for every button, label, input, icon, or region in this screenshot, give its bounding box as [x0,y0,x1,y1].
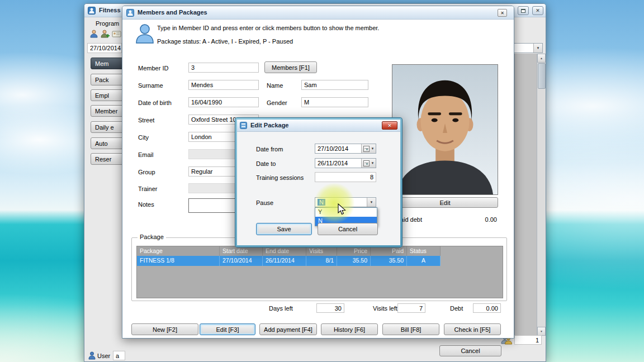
edit-package-close-button[interactable]: ✕ [382,121,397,130]
surname-field[interactable]: Mendes [188,80,259,90]
chevron-down-icon: ▼ [371,161,375,165]
edit-dialog-icon [240,122,247,129]
header-status-legend-text: Package status: A - Active, I - Expired,… [157,38,293,45]
cell-status: A [407,256,441,266]
cell-start-date: 27/10/2014 [220,256,263,266]
edit-package-dialog: Edit Package ✕ Date from 27/10/2014 ▼ Da… [235,117,402,247]
gender-label: Gender [267,99,287,106]
debt-field: 0.00 [473,303,501,313]
member-id-label: Member ID [138,65,168,72]
date-from-label: Date from [256,146,283,153]
dialog-title: Members and Packages [138,9,207,16]
dialog-titlebar: Members and Packages ✕ [122,6,514,20]
chevron-down-icon[interactable]: ▼ [367,198,376,207]
check-in-f5-button[interactable]: Check in [F5] [444,323,501,335]
training-sessions-label: Training sessions [256,174,304,181]
scrollbar-thumb[interactable] [538,63,546,89]
days-left-label: Days left [269,305,293,312]
visits-left-label: Visits left [373,305,397,312]
column-header-end-date[interactable]: End date [263,246,306,256]
pause-selected-value: N [318,199,325,206]
photo-edit-button[interactable]: Edit [392,197,498,208]
header-instruction-text: Type in Member ID and press enter or cli… [157,25,379,31]
member-photo-image [392,65,498,194]
app-cancel-button[interactable]: Cancel [439,345,501,356]
toolbar-add-member-icon[interactable] [101,29,110,39]
members-count-field: 1 [514,335,542,345]
days-left-field: 30 [316,303,344,313]
street-label: Street [138,117,154,123]
scroll-up-button[interactable]: ▲ [537,54,546,63]
app-icon [88,7,96,15]
add-payment-f4-button[interactable]: Add payment [F4] [259,323,317,335]
pause-label: Pause [256,199,273,206]
gender-field[interactable]: M [301,97,368,107]
close-icon: ✕ [500,11,504,16]
cell-price: 35.50 [337,256,371,266]
surname-label: Surname [138,82,163,89]
column-header-status[interactable]: Status [407,246,441,256]
cell-visits: 8/1 [306,256,337,266]
toolbar-card-icon[interactable] [112,29,121,39]
visits-left-field: 7 [397,303,425,313]
user-icon [88,351,96,360]
date-to-label: Date to [256,160,276,167]
history-f6-button[interactable]: History [F6] [321,323,378,335]
column-header-package[interactable]: Package [137,246,220,256]
name-label: Name [267,82,283,89]
training-sessions-field[interactable]: 8 [315,172,376,182]
pause-combobox[interactable]: N ▼ [315,197,376,207]
group-label: Group [138,169,155,175]
trainer-label: Trainer [138,185,157,192]
edit-package-title: Edit Package [250,122,288,128]
email-label: Email [138,151,154,158]
column-header-price[interactable]: Price [337,246,371,256]
city-label: City [138,134,149,141]
column-header-start-date[interactable]: Start date [220,246,263,256]
cell-end-date: 26/11/2014 [263,256,306,266]
package-table: Package Start date End date Visits Price… [136,246,503,298]
name-field[interactable]: Sam [301,80,368,90]
close-icon: ✕ [536,8,540,13]
calendar-icon [363,146,370,152]
cell-package: FITNESS 1/8 [137,256,220,266]
restore-window-button[interactable] [518,6,529,15]
member-avatar-icon [135,23,155,44]
bill-f8-button[interactable]: Bill [F8] [382,323,439,335]
package-group-title: Package [138,234,166,240]
close-icon: ✕ [387,123,392,128]
down-arrow-icon: ▼ [540,330,543,333]
chevron-down-icon[interactable]: ▼ [533,44,542,53]
new-f2-button[interactable]: New [F2] [131,323,198,335]
dialog-close-button[interactable]: ✕ [498,9,507,17]
unpaid-debt-value: 0.00 [452,216,497,223]
app-date-field[interactable]: 27/10/2014 [87,43,122,53]
table-row[interactable]: FITNESS 1/8 27/10/2014 26/11/2014 8/1 35… [137,256,441,266]
user-label: User [97,353,110,359]
dob-field[interactable]: 16/04/1990 [188,97,259,107]
members-f1-button[interactable]: Members [F1] [264,61,317,73]
column-header-visits[interactable]: Visits [306,246,337,256]
notes-label: Notes [138,201,154,208]
scroll-down-button[interactable]: ▼ [537,327,546,336]
date-to-picker[interactable]: 26/11/2014 ▼ [315,158,376,168]
close-window-button[interactable]: ✕ [532,6,543,15]
restore-icon [521,9,525,13]
chevron-down-icon: ▼ [371,147,375,150]
debt-label: Debt [450,305,463,312]
cell-paid: 35.50 [371,256,407,266]
member-id-field[interactable]: 3 [188,63,259,73]
user-field[interactable]: a [113,351,125,360]
edit-f3-button[interactable]: Edit [F3] [200,323,255,335]
member-photo [392,64,498,195]
pause-option-y[interactable]: Y [315,208,377,217]
date-from-picker[interactable]: 27/10/2014 ▼ [315,144,376,154]
save-button[interactable]: Save [256,223,312,235]
vertical-scrollbar[interactable]: ▲ ▼ [537,54,546,336]
toolbar-member-icon[interactable] [89,29,99,39]
menu-program[interactable]: Program [96,20,119,27]
dob-label: Date of birth [138,99,172,106]
column-header-paid[interactable]: Paid [371,246,407,256]
calendar-icon [363,160,370,166]
cancel-button[interactable]: Cancel [318,223,378,235]
